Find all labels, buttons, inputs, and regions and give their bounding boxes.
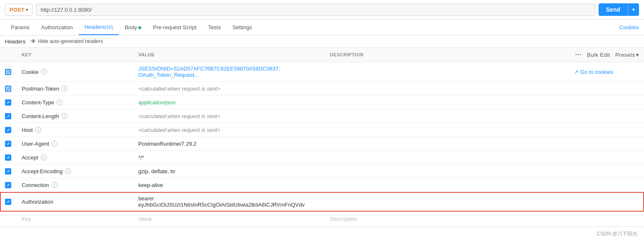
send-button[interactable]: Send ▾: [599, 3, 639, 16]
eye-icon: 👁: [30, 38, 36, 45]
three-dots-icon[interactable]: ···: [575, 51, 582, 58]
row-key-cell: Cookiei: [17, 62, 133, 82]
tab-settings[interactable]: Settings: [227, 20, 258, 35]
table-row: ✓Hosti<calculated when request is sent>: [0, 123, 644, 137]
checkbox[interactable]: ✓: [5, 199, 11, 205]
tab-body[interactable]: Body: [119, 20, 147, 35]
info-icon[interactable]: i: [62, 113, 67, 119]
key-text: User-Agent: [22, 141, 49, 147]
info-icon[interactable]: i: [65, 168, 71, 174]
value-text: JSESSIONID=52AD57AFC76B7C82EE58870A58DC0…: [138, 66, 280, 78]
value-text: keep-alive: [138, 182, 163, 188]
info-icon[interactable]: i: [41, 69, 47, 75]
info-icon[interactable]: i: [41, 154, 47, 160]
checkbox[interactable]: ✓: [5, 99, 11, 106]
tab-pre-request[interactable]: Pre-request Script: [147, 20, 202, 35]
presets-chevron-icon: ▾: [636, 52, 639, 58]
row-actions-cell: [569, 82, 644, 96]
row-description-cell: [325, 192, 569, 212]
table-row: ✓Accept-Encodingigzip, deflate, br: [0, 164, 644, 178]
th-key: KEY: [17, 48, 133, 62]
checkbox[interactable]: ✓: [5, 127, 11, 133]
go-to-cookies-link[interactable]: ↗ Go to cookies: [574, 69, 613, 75]
checkbox[interactable]: ✓: [5, 154, 11, 161]
tab-tests[interactable]: Tests: [202, 20, 227, 35]
table-row: ✓Authorizationbearer eyJhbGciOiJSUzI1NiI…: [0, 192, 644, 212]
checkbox[interactable]: ✓: [5, 86, 11, 92]
row-actions-cell: [569, 137, 644, 151]
row-check-cell: ✓: [0, 123, 17, 137]
row-description-cell: [325, 109, 569, 123]
empty-key: Key: [17, 212, 133, 227]
checkbox[interactable]: ✓: [5, 168, 11, 174]
value-text: gzip, deflate, br: [138, 168, 175, 174]
row-description-cell: [325, 82, 569, 96]
key-text: Accept-Encoding: [22, 168, 62, 174]
hide-auto-headers-button[interactable]: 👁 Hide auto-generated headers: [30, 38, 103, 45]
row-actions-cell: [569, 123, 644, 137]
cookies-link[interactable]: Cookies: [619, 20, 639, 35]
tab-authorization[interactable]: Authorization: [35, 20, 79, 35]
row-description-cell: [325, 178, 569, 192]
row-check-cell: ✓: [0, 109, 17, 123]
table-row: ✓Postman-Tokeni<calculated when request …: [0, 82, 644, 96]
table-header-row: KEY VALUE DESCRIPTION ··· Bulk Edit Pres…: [0, 48, 644, 62]
row-value-cell: <calculated when request is sent>: [133, 123, 325, 137]
value-text: */*: [138, 154, 144, 161]
checkbox[interactable]: ✓: [5, 113, 11, 119]
row-actions-cell: [569, 109, 644, 123]
row-description-cell: [325, 96, 569, 109]
tab-bar: Params Authorization Headers(10) Body Pr…: [0, 20, 644, 35]
table-row: ✓Content-Typeiapplication/json: [0, 96, 644, 109]
method-label: POST: [10, 7, 24, 13]
empty-check: [0, 212, 17, 227]
row-description-cell: [325, 137, 569, 151]
th-actions: ··· Bulk Edit Presets ▾: [569, 48, 644, 62]
key-text: Cookie: [22, 69, 38, 75]
row-key-cell: User-Agenti: [17, 137, 133, 151]
headers-badge: (10): [105, 25, 113, 30]
checkbox[interactable]: ✓: [5, 182, 11, 188]
send-dropdown-icon[interactable]: ▾: [628, 4, 639, 15]
tab-params[interactable]: Params: [5, 20, 35, 35]
row-description-cell: [325, 123, 569, 137]
checkbox[interactable]: ✓: [5, 69, 11, 75]
row-check-cell: ✓: [0, 96, 17, 109]
row-actions-cell: ↗ Go to cookies: [569, 62, 644, 82]
row-check-cell: ✓: [0, 164, 17, 178]
row-check-cell: ✓: [0, 137, 17, 151]
tab-headers[interactable]: Headers(10): [79, 20, 119, 35]
empty-description: Description: [325, 212, 569, 227]
empty-row: Key Value Description: [0, 212, 644, 227]
info-icon[interactable]: i: [52, 182, 57, 188]
row-value-cell: */*: [133, 151, 325, 164]
value-text: <calculated when request is sent>: [138, 113, 220, 119]
empty-value: Value: [133, 212, 325, 227]
url-input[interactable]: [36, 4, 595, 16]
row-value-cell: <calculated when request is sent>: [133, 109, 325, 123]
info-icon[interactable]: i: [57, 99, 62, 105]
key-text: Content-Length: [22, 113, 59, 119]
value-text: bearer eyJhbGciOiJSUzI1NiIsInR5cCIgOiAiS…: [138, 195, 305, 208]
info-icon[interactable]: i: [35, 127, 41, 133]
checkbox[interactable]: ✓: [5, 141, 11, 147]
key-text: Connection: [22, 182, 49, 188]
info-icon[interactable]: i: [52, 141, 57, 147]
method-select[interactable]: POST ▾: [5, 4, 32, 16]
method-chevron-icon: ▾: [26, 8, 28, 12]
row-key-cell: Content-Lengthi: [17, 109, 133, 123]
table-row: ✓Accepti*/*: [0, 151, 644, 164]
presets-button[interactable]: Presets ▾: [615, 52, 639, 58]
value-text: PostmanRuntime/7.29.2: [138, 141, 196, 147]
row-check-cell: ✓: [0, 62, 17, 82]
value-text: <calculated when request is sent>: [138, 86, 220, 92]
row-actions-cell: [569, 164, 644, 178]
key-text: Authorization: [22, 199, 53, 205]
info-icon[interactable]: i: [62, 86, 67, 91]
row-actions-cell: [569, 151, 644, 164]
row-key-cell: Connectioni: [17, 178, 133, 192]
key-text: Host: [22, 127, 33, 133]
row-value-cell: PostmanRuntime/7.29.2: [133, 137, 325, 151]
row-check-cell: ✓: [0, 178, 17, 192]
bulk-edit-button[interactable]: Bulk Edit: [587, 52, 610, 58]
